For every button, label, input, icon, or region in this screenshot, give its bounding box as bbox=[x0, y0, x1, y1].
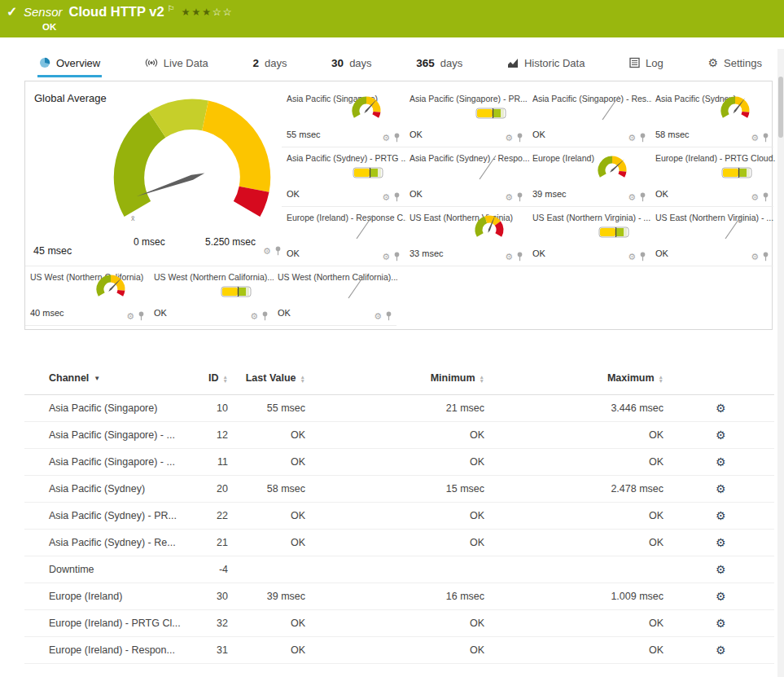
tile-pin-icon[interactable] bbox=[393, 133, 401, 143]
tab-365-days[interactable]: 365days bbox=[414, 51, 464, 77]
channel-id: 11 bbox=[183, 449, 228, 476]
star-1[interactable]: ★ bbox=[182, 7, 192, 18]
tab-historic-data[interactable]: Historic Data bbox=[506, 51, 586, 77]
channel-settings-button[interactable]: ⚙ bbox=[716, 617, 726, 630]
gauge-widget bbox=[593, 152, 631, 187]
channel-id: 20 bbox=[183, 476, 228, 503]
channel-settings-button[interactable]: ⚙ bbox=[716, 455, 726, 468]
channel-settings-button[interactable]: ⚙ bbox=[716, 429, 726, 442]
tab-log[interactable]: Log bbox=[628, 51, 665, 77]
column-header-minimum[interactable]: Minimum▲▼ bbox=[305, 363, 484, 395]
tile-pin-icon[interactable] bbox=[261, 311, 269, 321]
channel-maximum: 1.009 msec bbox=[484, 583, 664, 610]
tile-pin-icon[interactable] bbox=[639, 133, 646, 143]
sensor-status-badge: OK bbox=[42, 22, 56, 32]
tile-value: OK bbox=[532, 248, 545, 258]
tile-settings-icon[interactable]: ⚙ bbox=[505, 193, 513, 202]
tile-pin-icon[interactable] bbox=[762, 133, 769, 143]
priority-flag-icon[interactable]: ⚐ bbox=[168, 4, 175, 13]
tile-settings-icon[interactable]: ⚙ bbox=[382, 193, 390, 202]
tile-actions: ⚙ bbox=[751, 252, 769, 262]
gauge-widget bbox=[471, 211, 508, 247]
column-header-channel[interactable]: Channel▼ bbox=[24, 363, 183, 395]
tab-live-data[interactable]: Live Data bbox=[143, 51, 210, 77]
channel-last-value: OK bbox=[228, 503, 305, 530]
channel-settings-button[interactable]: ⚙ bbox=[716, 563, 726, 576]
tile-settings-icon[interactable]: ⚙ bbox=[382, 134, 390, 143]
tile-pin-icon[interactable] bbox=[393, 192, 401, 202]
needle-widget bbox=[344, 270, 369, 306]
tile-title: US West (Northern California)... bbox=[278, 272, 397, 282]
tile-settings-icon[interactable]: ⚙ bbox=[751, 134, 759, 143]
channel-settings-button[interactable]: ⚙ bbox=[716, 509, 726, 522]
tile-pin-icon[interactable] bbox=[639, 192, 646, 202]
channel-row-europe-ireland-prtg-cl: Europe (Ireland) - PRTG Cl...32OKOKOK⚙ bbox=[24, 610, 774, 637]
tile-actions: ⚙ bbox=[374, 311, 392, 321]
tile-actions: ⚙ bbox=[628, 252, 646, 262]
overview-panel: Global Average x̄ 0 msec 5.250 msec 45 m… bbox=[24, 81, 773, 330]
channel-settings-button[interactable]: ⚙ bbox=[716, 644, 726, 657]
tile-pin-icon[interactable] bbox=[762, 192, 769, 202]
star-2[interactable]: ★ bbox=[191, 7, 202, 18]
sensor-kind-label: Sensor bbox=[24, 5, 63, 19]
tile-pin-icon[interactable] bbox=[138, 311, 145, 321]
tile-settings-icon[interactable]: ⚙ bbox=[263, 247, 271, 256]
column-header-maximum[interactable]: Maximum▲▼ bbox=[484, 363, 664, 395]
column-label: Channel bbox=[49, 372, 89, 384]
favorite-stars[interactable]: ★★★☆☆ bbox=[182, 6, 234, 18]
star-4[interactable]: ☆ bbox=[212, 7, 223, 18]
channel-tile-us-west-northern-california: US West (Northern California)...OK⚙ bbox=[149, 266, 273, 326]
gauge-widget bbox=[348, 92, 385, 128]
tile-settings-icon[interactable]: ⚙ bbox=[505, 134, 513, 143]
tab-label: Historic Data bbox=[524, 57, 585, 69]
tile-pin-icon[interactable] bbox=[762, 252, 769, 262]
tile-pin-icon[interactable] bbox=[639, 252, 646, 262]
channel-name: Asia Pacific (Singapore) bbox=[24, 395, 183, 422]
tile-settings-icon[interactable]: ⚙ bbox=[628, 193, 636, 202]
column-header-id[interactable]: ID▲▼ bbox=[183, 363, 228, 395]
tab-2-days[interactable]: 2days bbox=[251, 51, 288, 77]
tile-value: 39 msec bbox=[532, 189, 567, 199]
channel-row-downtime: Downtime-4⚙ bbox=[24, 556, 774, 583]
tile-settings-icon[interactable]: ⚙ bbox=[250, 312, 258, 321]
tab-30-days[interactable]: 30days bbox=[330, 51, 374, 77]
tile-pin-icon[interactable] bbox=[274, 246, 282, 256]
channel-settings-button[interactable]: ⚙ bbox=[716, 482, 726, 495]
tile-settings-icon[interactable]: ⚙ bbox=[382, 253, 390, 262]
settings-icon: ⚙ bbox=[707, 56, 718, 69]
tile-settings-icon[interactable]: ⚙ bbox=[126, 312, 134, 321]
tile-settings-icon[interactable]: ⚙ bbox=[628, 253, 636, 262]
scrollbar-thumb[interactable] bbox=[778, 77, 783, 138]
column-header-last-value[interactable]: Last Value▲▼ bbox=[228, 363, 305, 395]
channel-minimum: OK bbox=[305, 637, 484, 664]
tile-pin-icon[interactable] bbox=[516, 252, 523, 262]
needle-widget bbox=[598, 91, 623, 127]
tile-settings-icon[interactable]: ⚙ bbox=[751, 193, 759, 202]
star-3[interactable]: ★ bbox=[202, 7, 212, 18]
needle-widget bbox=[353, 210, 377, 246]
channel-settings-button[interactable]: ⚙ bbox=[716, 536, 726, 549]
tab-label: Log bbox=[646, 57, 664, 69]
tile-actions: ⚙ bbox=[250, 311, 269, 321]
bar-widget bbox=[598, 226, 629, 241]
tile-settings-icon[interactable]: ⚙ bbox=[374, 312, 382, 321]
tile-value: OK bbox=[287, 189, 300, 199]
tile-settings-icon[interactable]: ⚙ bbox=[751, 253, 759, 262]
tile-pin-icon[interactable] bbox=[516, 133, 523, 143]
vertical-scrollbar[interactable] bbox=[777, 49, 784, 677]
channel-tile-asia-pacific-sydney-respo: Asia Pacific (Sydney) - Respo...OK⚙ bbox=[405, 147, 528, 207]
star-5[interactable]: ☆ bbox=[222, 7, 233, 18]
tile-settings-icon[interactable]: ⚙ bbox=[505, 253, 513, 262]
tile-settings-icon[interactable]: ⚙ bbox=[628, 134, 636, 143]
tile-pin-icon[interactable] bbox=[385, 311, 392, 321]
channel-settings-button[interactable]: ⚙ bbox=[716, 402, 726, 415]
tile-actions: ⚙ bbox=[751, 192, 769, 202]
tab-overview[interactable]: Overview bbox=[37, 51, 102, 77]
tab-settings[interactable]: ⚙Settings bbox=[706, 51, 764, 77]
tile-pin-icon[interactable] bbox=[516, 192, 523, 202]
tile-pin-icon[interactable] bbox=[393, 252, 401, 262]
tile-value: OK bbox=[655, 248, 668, 258]
channel-settings-button[interactable]: ⚙ bbox=[716, 590, 726, 603]
channel-minimum: OK bbox=[305, 610, 484, 637]
channel-tile-asia-pacific-singapore: Asia Pacific (Singapore)55 msec⚙ bbox=[282, 88, 405, 147]
